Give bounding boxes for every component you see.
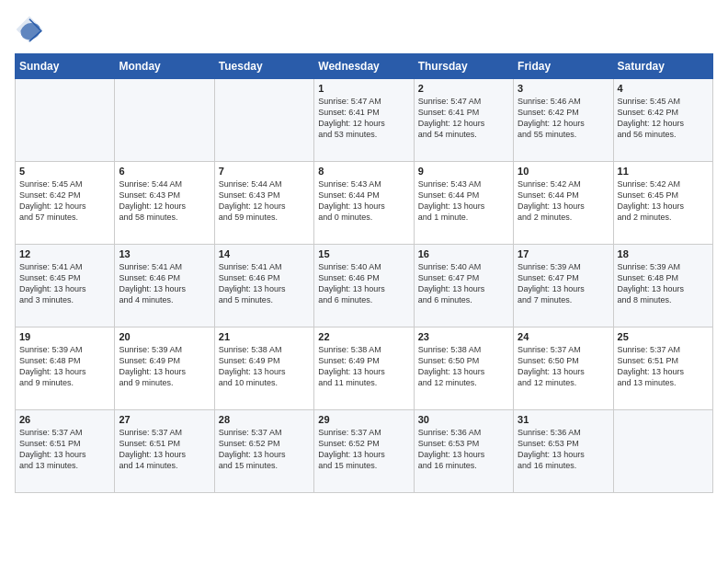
day-number: 10 (518, 166, 609, 177)
calendar-body: 1Sunrise: 5:47 AM Sunset: 6:41 PM Daylig… (16, 79, 713, 493)
cell-info: Sunrise: 5:38 AM Sunset: 6:50 PM Dayligh… (418, 344, 509, 389)
cell-info: Sunrise: 5:45 AM Sunset: 6:42 PM Dayligh… (19, 178, 110, 224)
calendar-cell: 7Sunrise: 5:44 AM Sunset: 6:43 PM Daylig… (214, 162, 313, 245)
calendar-week-row: 1Sunrise: 5:47 AM Sunset: 6:41 PM Daylig… (16, 79, 713, 162)
calendar-week-row: 19Sunrise: 5:39 AM Sunset: 6:48 PM Dayli… (16, 327, 713, 410)
day-number: 23 (418, 331, 509, 342)
weekday-header: Friday (514, 54, 613, 79)
weekday-header: Tuesday (214, 54, 313, 79)
day-number: 19 (19, 331, 110, 342)
calendar-cell: 21Sunrise: 5:38 AM Sunset: 6:49 PM Dayli… (214, 327, 313, 410)
cell-info: Sunrise: 5:37 AM Sunset: 6:51 PM Dayligh… (19, 427, 110, 472)
day-number: 4 (618, 83, 709, 94)
day-number: 3 (518, 83, 609, 94)
calendar-cell (16, 79, 115, 162)
calendar-cell: 3Sunrise: 5:46 AM Sunset: 6:42 PM Daylig… (514, 79, 613, 162)
cell-info: Sunrise: 5:41 AM Sunset: 6:46 PM Dayligh… (219, 261, 310, 306)
cell-info: Sunrise: 5:44 AM Sunset: 6:43 PM Dayligh… (219, 178, 310, 224)
day-number: 26 (19, 414, 110, 425)
calendar-cell: 5Sunrise: 5:45 AM Sunset: 6:42 PM Daylig… (16, 162, 115, 245)
cell-info: Sunrise: 5:39 AM Sunset: 6:48 PM Dayligh… (19, 344, 110, 389)
calendar-cell: 8Sunrise: 5:43 AM Sunset: 6:44 PM Daylig… (314, 162, 414, 245)
day-number: 12 (19, 248, 110, 259)
cell-info: Sunrise: 5:37 AM Sunset: 6:52 PM Dayligh… (219, 427, 310, 472)
calendar-cell: 29Sunrise: 5:37 AM Sunset: 6:52 PM Dayli… (314, 410, 414, 493)
cell-info: Sunrise: 5:37 AM Sunset: 6:52 PM Dayligh… (318, 427, 409, 472)
day-number: 7 (219, 166, 310, 177)
calendar-cell: 18Sunrise: 5:39 AM Sunset: 6:48 PM Dayli… (613, 245, 712, 327)
calendar-cell: 10Sunrise: 5:42 AM Sunset: 6:44 PM Dayli… (514, 162, 613, 245)
logo (15, 15, 48, 44)
day-number: 16 (418, 248, 509, 259)
cell-info: Sunrise: 5:42 AM Sunset: 6:45 PM Dayligh… (618, 178, 709, 224)
calendar-cell: 20Sunrise: 5:39 AM Sunset: 6:49 PM Dayli… (115, 327, 214, 410)
cell-info: Sunrise: 5:45 AM Sunset: 6:42 PM Dayligh… (618, 96, 709, 141)
day-number: 5 (19, 166, 110, 177)
cell-info: Sunrise: 5:38 AM Sunset: 6:49 PM Dayligh… (219, 344, 310, 389)
calendar-cell: 2Sunrise: 5:47 AM Sunset: 6:41 PM Daylig… (414, 79, 513, 162)
calendar-cell: 6Sunrise: 5:44 AM Sunset: 6:43 PM Daylig… (115, 162, 214, 245)
calendar-cell: 16Sunrise: 5:40 AM Sunset: 6:47 PM Dayli… (414, 245, 513, 327)
cell-info: Sunrise: 5:37 AM Sunset: 6:51 PM Dayligh… (618, 344, 709, 389)
day-number: 9 (418, 166, 509, 177)
day-number: 20 (119, 331, 210, 342)
cell-info: Sunrise: 5:39 AM Sunset: 6:49 PM Dayligh… (119, 344, 210, 389)
cell-info: Sunrise: 5:40 AM Sunset: 6:47 PM Dayligh… (418, 261, 509, 306)
calendar-cell: 15Sunrise: 5:40 AM Sunset: 6:46 PM Dayli… (314, 245, 414, 327)
calendar-cell (214, 79, 313, 162)
cell-info: Sunrise: 5:41 AM Sunset: 6:46 PM Dayligh… (119, 261, 210, 306)
calendar-cell: 12Sunrise: 5:41 AM Sunset: 6:45 PM Dayli… (16, 245, 115, 327)
calendar-cell: 22Sunrise: 5:38 AM Sunset: 6:49 PM Dayli… (314, 327, 414, 410)
page-header (15, 15, 713, 44)
weekday-header: Wednesday (314, 54, 414, 79)
day-number: 6 (119, 166, 210, 177)
calendar-cell: 17Sunrise: 5:39 AM Sunset: 6:47 PM Dayli… (514, 245, 613, 327)
cell-info: Sunrise: 5:39 AM Sunset: 6:47 PM Dayligh… (518, 261, 609, 306)
day-number: 1 (318, 83, 409, 94)
cell-info: Sunrise: 5:37 AM Sunset: 6:50 PM Dayligh… (518, 344, 609, 389)
cell-info: Sunrise: 5:40 AM Sunset: 6:46 PM Dayligh… (318, 261, 409, 306)
cell-info: Sunrise: 5:42 AM Sunset: 6:44 PM Dayligh… (518, 178, 609, 224)
calendar-cell: 28Sunrise: 5:37 AM Sunset: 6:52 PM Dayli… (214, 410, 313, 493)
day-number: 17 (518, 248, 609, 259)
calendar-cell: 19Sunrise: 5:39 AM Sunset: 6:48 PM Dayli… (16, 327, 115, 410)
cell-info: Sunrise: 5:37 AM Sunset: 6:51 PM Dayligh… (119, 427, 210, 472)
logo-icon (15, 15, 44, 44)
day-number: 30 (418, 414, 509, 425)
calendar-cell: 24Sunrise: 5:37 AM Sunset: 6:50 PM Dayli… (514, 327, 613, 410)
calendar-header: SundayMondayTuesdayWednesdayThursdayFrid… (16, 54, 713, 79)
weekday-header: Saturday (613, 54, 712, 79)
day-number: 2 (418, 83, 509, 94)
day-number: 25 (618, 331, 709, 342)
calendar-week-row: 5Sunrise: 5:45 AM Sunset: 6:42 PM Daylig… (16, 162, 713, 245)
cell-info: Sunrise: 5:38 AM Sunset: 6:49 PM Dayligh… (318, 344, 409, 389)
calendar-table: SundayMondayTuesdayWednesdayThursdayFrid… (15, 53, 713, 493)
calendar-cell: 4Sunrise: 5:45 AM Sunset: 6:42 PM Daylig… (613, 79, 712, 162)
cell-info: Sunrise: 5:44 AM Sunset: 6:43 PM Dayligh… (119, 178, 210, 224)
day-number: 18 (618, 248, 709, 259)
cell-info: Sunrise: 5:39 AM Sunset: 6:48 PM Dayligh… (618, 261, 709, 306)
calendar-cell: 26Sunrise: 5:37 AM Sunset: 6:51 PM Dayli… (16, 410, 115, 493)
day-number: 8 (318, 166, 409, 177)
cell-info: Sunrise: 5:36 AM Sunset: 6:53 PM Dayligh… (518, 427, 609, 472)
weekday-header: Monday (115, 54, 214, 79)
weekday-row: SundayMondayTuesdayWednesdayThursdayFrid… (16, 54, 713, 79)
day-number: 13 (119, 248, 210, 259)
day-number: 27 (119, 414, 210, 425)
calendar-cell: 23Sunrise: 5:38 AM Sunset: 6:50 PM Dayli… (414, 327, 513, 410)
day-number: 22 (318, 331, 409, 342)
cell-info: Sunrise: 5:36 AM Sunset: 6:53 PM Dayligh… (418, 427, 509, 472)
day-number: 28 (219, 414, 310, 425)
day-number: 29 (318, 414, 409, 425)
day-number: 21 (219, 331, 310, 342)
day-number: 31 (518, 414, 609, 425)
calendar-cell: 11Sunrise: 5:42 AM Sunset: 6:45 PM Dayli… (613, 162, 712, 245)
calendar-cell (613, 410, 712, 493)
cell-info: Sunrise: 5:46 AM Sunset: 6:42 PM Dayligh… (518, 96, 609, 141)
calendar-week-row: 26Sunrise: 5:37 AM Sunset: 6:51 PM Dayli… (16, 410, 713, 493)
calendar-cell: 13Sunrise: 5:41 AM Sunset: 6:46 PM Dayli… (115, 245, 214, 327)
cell-info: Sunrise: 5:47 AM Sunset: 6:41 PM Dayligh… (418, 96, 509, 141)
weekday-header: Thursday (414, 54, 513, 79)
calendar-week-row: 12Sunrise: 5:41 AM Sunset: 6:45 PM Dayli… (16, 245, 713, 327)
calendar-cell: 30Sunrise: 5:36 AM Sunset: 6:53 PM Dayli… (414, 410, 513, 493)
